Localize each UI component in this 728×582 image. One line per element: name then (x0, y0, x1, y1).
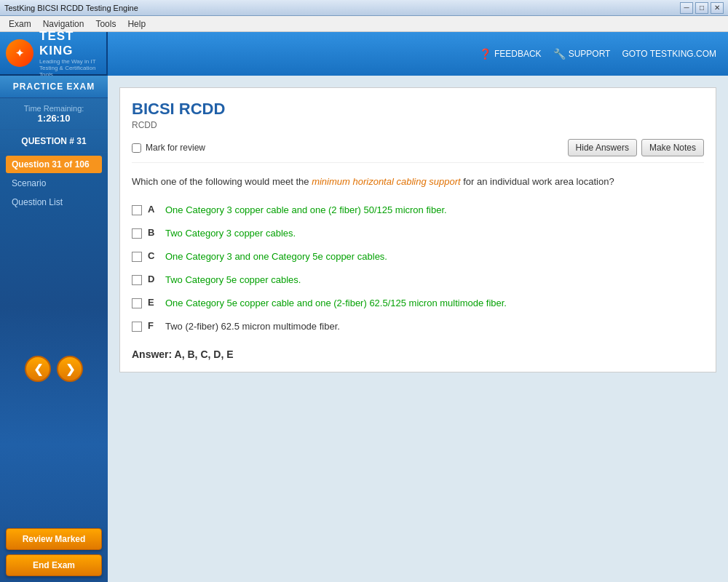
support-button[interactable]: 🔧 SUPPORT (553, 48, 611, 60)
goto-testking-button[interactable]: GOTO TESTKING.COM (622, 49, 716, 59)
options-list: A One Category 3 copper cable and one (2… (132, 204, 704, 334)
option-d-checkbox[interactable] (132, 275, 142, 285)
practice-exam-label: PRACTICE EXAM (0, 76, 108, 98)
nav-arrows: ❮ ❯ (0, 344, 108, 394)
header-bar: ❓ FEEDBACK 🔧 SUPPORT GOTO TESTKING.COM (108, 32, 728, 76)
next-button[interactable]: ❯ (57, 356, 83, 382)
make-notes-button[interactable]: Make Notes (641, 139, 704, 156)
mark-review-text: Mark for review (146, 143, 205, 153)
support-label: SUPPORT (569, 49, 611, 59)
mark-review-label[interactable]: Mark for review (132, 143, 205, 153)
close-button[interactable]: ✕ (711, 2, 724, 14)
support-icon: 🔧 (553, 48, 566, 60)
feedback-button[interactable]: ❓ FEEDBACK (479, 48, 542, 60)
option-c: C One Category 3 and one Category 5e cop… (132, 250, 704, 263)
option-c-checkbox[interactable] (132, 252, 142, 262)
option-e-checkbox[interactable] (132, 298, 142, 308)
question-text: Which one of the following would meet th… (132, 175, 704, 189)
title-bar: TestKing BICSI RCDD Testing Engine ─ □ ✕ (0, 0, 728, 16)
time-label: Time Remaining: (3, 104, 105, 113)
logo-main: TEST KING (39, 29, 100, 58)
option-d-letter: D (148, 274, 159, 284)
answer-value: A, B, C, D, E (175, 348, 234, 360)
answer-section: Answer: A, B, C, D, E (132, 348, 704, 360)
option-d-text: Two Category 5e copper cables. (165, 274, 301, 287)
content-wrapper: BICSI RCDD RCDD Mark for review Hide Ans… (108, 76, 728, 582)
option-f-checkbox[interactable] (132, 322, 142, 332)
menu-bar: Exam Navigation Tools Help (0, 16, 728, 32)
option-a-text: One Category 3 copper cable and one (2 f… (165, 204, 447, 217)
option-a-checkbox[interactable] (132, 205, 142, 215)
sidebar: ✦ TEST KING Leading the Way in IT Testin… (0, 32, 108, 582)
option-d: D Two Category 5e copper cables. (132, 274, 704, 287)
hide-answers-button[interactable]: Hide Answers (568, 139, 637, 156)
option-e-text: One Category 5e copper cable and one (2-… (165, 297, 507, 310)
option-b-checkbox[interactable] (132, 228, 142, 239)
option-f-letter: F (148, 320, 159, 331)
logo-text-block: TEST KING Leading the Way in IT Testing … (39, 29, 100, 78)
toolbar: Mark for review Hide Answers Make Notes (132, 139, 704, 163)
option-e-letter: E (148, 297, 159, 308)
question-number: QUESTION # 31 (0, 130, 108, 153)
option-a-letter: A (148, 204, 159, 215)
review-marked-button[interactable]: Review Marked (6, 528, 102, 550)
option-f: F Two (2-fiber) 62.5 micron multimode fi… (132, 320, 704, 333)
toolbar-buttons: Hide Answers Make Notes (568, 139, 704, 156)
time-remaining-section: Time Remaining: 1:26:10 (0, 98, 108, 130)
option-f-text: Two (2-fiber) 62.5 micron multimode fibe… (165, 320, 340, 333)
logo-sub: Leading the Way in IT Testing & Certific… (39, 58, 100, 78)
window-title: TestKing BICSI RCDD Testing Engine (4, 4, 138, 12)
nav-items: Question 31 of 106 Scenario Question Lis… (0, 153, 108, 215)
exam-subtitle: RCDD (132, 120, 704, 130)
answer-label: Answer: (132, 348, 172, 360)
minimize-button[interactable]: ─ (680, 2, 693, 14)
sidebar-item-question[interactable]: Question 31 of 106 (6, 156, 102, 173)
option-e: E One Category 5e copper cable and one (… (132, 297, 704, 310)
restore-button[interactable]: □ (695, 2, 708, 14)
sidebar-bottom: Review Marked End Exam (0, 522, 108, 582)
main-content: ❓ FEEDBACK 🔧 SUPPORT GOTO TESTKING.COM B… (108, 32, 728, 582)
window-controls: ─ □ ✕ (680, 2, 724, 14)
option-c-letter: C (148, 250, 159, 261)
end-exam-button[interactable]: End Exam (6, 554, 102, 576)
feedback-icon: ❓ (479, 48, 491, 60)
time-value: 1:26:10 (3, 113, 105, 124)
option-a: A One Category 3 copper cable and one (2… (132, 204, 704, 217)
main-container: ✦ TEST KING Leading the Way in IT Testin… (0, 32, 728, 582)
logo-icon: ✦ (6, 39, 33, 67)
option-b: B Two Category 3 copper cables. (132, 227, 704, 240)
question-highlight: minimum horizontal cabling support (312, 176, 460, 187)
option-b-letter: B (148, 227, 159, 238)
content-panel: BICSI RCDD RCDD Mark for review Hide Ans… (119, 87, 716, 372)
sidebar-item-scenario[interactable]: Scenario (6, 175, 102, 192)
prev-button[interactable]: ❮ (25, 356, 51, 382)
logo-icon-text: ✦ (15, 47, 24, 59)
mark-review-checkbox[interactable] (132, 143, 141, 153)
option-b-text: Two Category 3 copper cables. (165, 227, 296, 240)
feedback-label: FEEDBACK (494, 49, 542, 59)
sidebar-item-question-list[interactable]: Question List (6, 194, 102, 211)
goto-label: GOTO TESTKING.COM (622, 49, 716, 59)
menu-exam[interactable]: Exam (3, 17, 37, 31)
exam-title: BICSI RCDD (132, 100, 704, 119)
option-c-text: One Category 3 and one Category 5e coppe… (165, 250, 387, 263)
menu-help[interactable]: Help (122, 17, 151, 31)
